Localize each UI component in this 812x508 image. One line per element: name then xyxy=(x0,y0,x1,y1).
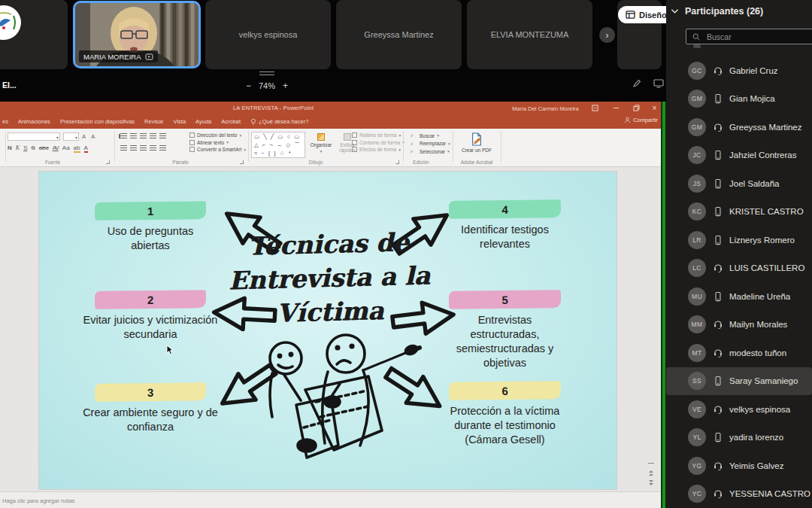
participant-search-box[interactable] xyxy=(686,29,812,44)
participant-row[interactable]: LC LUIS CASTILLERO xyxy=(666,254,812,283)
participant-row[interactable]: GM Gian Mojica xyxy=(666,85,812,114)
ribbon-tab[interactable]: Animaciones xyxy=(18,118,50,125)
participant-row[interactable]: MM Mailyn Morales xyxy=(666,311,812,339)
video-tile[interactable]: Greeyssa Martinez xyxy=(336,0,462,69)
close-button[interactable]: × xyxy=(650,103,659,113)
more-videos-button[interactable]: › xyxy=(599,27,615,43)
bulb-icon xyxy=(250,118,256,126)
participant-row[interactable]: GM Greeyssa Martinez xyxy=(666,113,812,141)
editing-button[interactable]: ⌕Buscar▾ xyxy=(411,132,450,138)
participant-row[interactable]: YG Yeimis Galvez xyxy=(666,452,812,480)
slide-item[interactable]: 1 Uso de preguntas abiertas xyxy=(75,202,226,253)
font-toggle-button[interactable]: ab xyxy=(74,144,80,153)
participant-row[interactable]: JC Jahziel Contreras xyxy=(666,141,812,170)
slide-item[interactable]: 4 Identificar testigos relevantes xyxy=(424,200,586,251)
font-toggle-button[interactable]: A xyxy=(84,144,88,153)
slide-canvas[interactable]: Técnicas de Entrevista a la Víctima 1 Us… xyxy=(39,172,617,489)
avatar: MM xyxy=(688,315,706,333)
participant-tile-name: ELVIA MONTEZUMA xyxy=(491,30,569,39)
phone-icon xyxy=(713,178,723,189)
slide-item[interactable]: 6 Protección a la víctima durante el tes… xyxy=(424,382,586,447)
paragraph-group-label: Párrafo xyxy=(143,160,218,165)
ribbon-tab[interactable]: es xyxy=(2,118,8,125)
ribbon-tab[interactable]: Acrobat xyxy=(221,118,241,125)
slide-item[interactable]: 5 Entrevistas estructuradas, semiestruct… xyxy=(424,291,586,371)
participants-header[interactable]: Participantes (26) xyxy=(671,6,763,17)
arrange-button[interactable]: Organizar▾ xyxy=(308,133,334,154)
participant-name: Gabriel Cruz xyxy=(729,66,778,75)
grow-shrink-font-buttons[interactable]: A A xyxy=(82,133,97,140)
ribbon-tab[interactable]: Revisar xyxy=(144,118,163,125)
previous-slide-button[interactable] xyxy=(647,469,656,476)
participant-row[interactable]: KC KRISTEL CASTRO xyxy=(666,198,812,227)
font-size-select[interactable]: ▾ xyxy=(63,132,79,141)
slide-item[interactable]: 3 Crear ambiente seguro y de confianza xyxy=(75,383,226,434)
paragraph-button[interactable]: Convertir a SmartArt▾ xyxy=(189,147,246,152)
restore-button[interactable] xyxy=(632,103,641,113)
font-toggle-button[interactable]: Aa xyxy=(62,144,70,153)
notes-pane[interactable]: Haga clic para agregar notas xyxy=(0,491,661,508)
paragraph-button[interactable]: Alinear texto▾ xyxy=(189,140,246,145)
share-document-button[interactable]: Compartir xyxy=(624,117,658,123)
minimize-button[interactable] xyxy=(611,103,621,113)
shapes-gallery[interactable]: ▭ ╲ ╱ ▭ ○ ▭△ ⌐ ¬ → ◇ ⌒≈ ~ { } ☆ * xyxy=(251,132,305,158)
list-buttons[interactable] xyxy=(120,133,169,139)
zoom-out-button[interactable]: − xyxy=(246,81,251,91)
chevron-down-icon xyxy=(671,8,679,14)
participant-row[interactable]: VE velkys espinosa xyxy=(666,395,812,424)
font-toggle-button[interactable]: S xyxy=(23,144,27,153)
ribbon-tab[interactable]: Vista xyxy=(174,118,186,125)
tell-me-box[interactable]: ¿Qué desea hacer? xyxy=(250,118,308,126)
item-text: Protección a la víctima durante el testi… xyxy=(424,404,586,447)
align-buttons[interactable] xyxy=(120,145,169,151)
participant-row[interactable]: MT modesto tuñon xyxy=(666,339,812,367)
video-tile-logo[interactable] xyxy=(0,0,68,69)
scrollbar-thumb[interactable] xyxy=(693,44,701,48)
participant-row[interactable]: YC YESSENIA CASTRO xyxy=(666,480,812,508)
slide-item[interactable]: 2 Evitar juicios y victimización secunda… xyxy=(75,291,226,342)
participant-name: Mailyn Morales xyxy=(729,320,787,329)
paragraph-button[interactable]: Dirección del texto▾ xyxy=(189,132,246,138)
font-dialog-launcher[interactable] xyxy=(106,160,110,164)
font-toggle-button[interactable]: S xyxy=(31,144,35,153)
paragraph-dialog-launcher[interactable] xyxy=(240,160,244,164)
video-tile-active-speaker[interactable]: MARIA MOREIRA xyxy=(73,1,201,68)
font-toggle-button[interactable]: N xyxy=(8,144,12,153)
button-icon xyxy=(352,132,357,138)
ribbon-tab[interactable]: Presentación con diapositivas xyxy=(60,118,135,125)
interview-illustration xyxy=(262,331,430,488)
search-input[interactable] xyxy=(705,32,795,42)
splitter-button[interactable] xyxy=(647,459,656,467)
zoom-in-button[interactable]: + xyxy=(283,81,288,91)
video-tile[interactable]: ELVIA MONTEZUMA xyxy=(467,0,592,69)
ribbon-tab[interactable]: Ayuda xyxy=(195,118,211,125)
drag-handle[interactable] xyxy=(259,71,274,75)
font-name-select[interactable]: ▾ xyxy=(8,132,60,141)
screenshare-monitor-icon[interactable] xyxy=(653,78,664,91)
participant-row[interactable]: MU Madeline Ureña xyxy=(666,282,812,311)
font-toggle-button[interactable]: AV xyxy=(53,144,59,153)
font-toggle-button[interactable]: K xyxy=(16,144,20,153)
phone-icon xyxy=(713,376,723,386)
shape-format-button[interactable]: Contorno de forma▾ xyxy=(352,140,404,145)
font-toggle-button[interactable]: abc xyxy=(39,144,49,153)
participant-row[interactable]: JS Joel Saldaña xyxy=(666,169,812,198)
participant-row[interactable]: LR Liznerys Romero xyxy=(666,226,812,254)
avatar: MT xyxy=(688,344,706,362)
ribbon-options-button[interactable] xyxy=(590,103,600,113)
shape-format-button[interactable]: Relleno de forma▾ xyxy=(352,132,404,138)
participant-row[interactable]: GC Gabriel Cruz xyxy=(666,56,812,85)
editing-button[interactable]: ⌕Seleccionar▾ xyxy=(411,148,450,154)
annotate-pen-icon[interactable] xyxy=(632,78,641,91)
powerpoint-titlebar: LA ENTREVISTA - PowerPoint María Del Car… xyxy=(0,102,661,114)
avatar: LC xyxy=(688,259,706,277)
participant-row[interactable]: SS Saray Samaniego xyxy=(666,367,812,396)
shape-format-button[interactable]: Efectos de forma▾ xyxy=(352,147,404,152)
teams-meeting-window: MARIA MOREIRA velkys espinosa Greeyssa M… xyxy=(0,0,812,508)
video-tile[interactable]: velkys espinosa xyxy=(205,0,331,69)
next-slide-button[interactable] xyxy=(647,479,656,486)
editing-button[interactable]: ⌕Reemplazar▾ xyxy=(411,141,450,147)
create-pdf-button[interactable]: Crear un PDF xyxy=(457,132,496,153)
participant-row[interactable]: YL yadira lorenzo xyxy=(666,424,812,452)
slide-title[interactable]: Técnicas de Entrevista a la Víctima xyxy=(215,224,443,332)
